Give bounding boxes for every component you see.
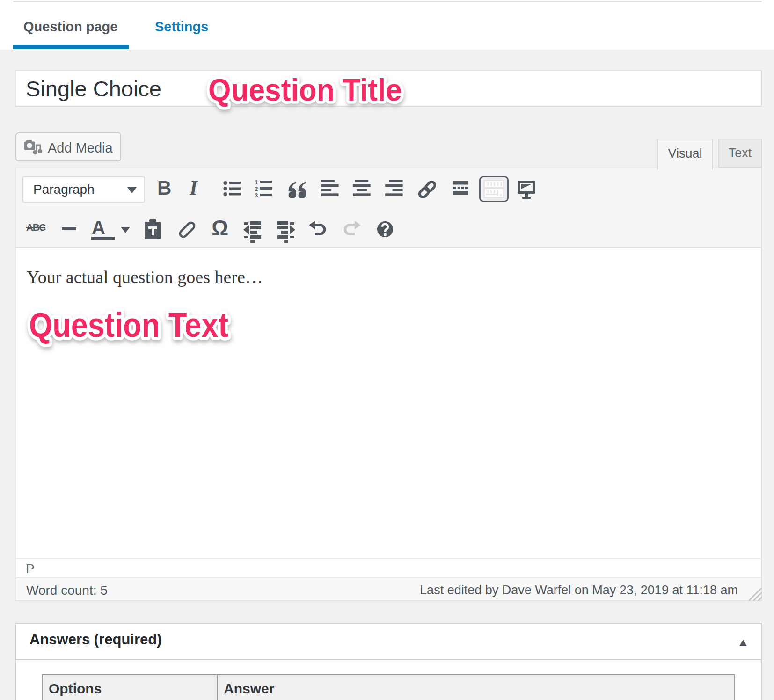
- svg-text:1: 1: [255, 179, 258, 186]
- svg-text:2: 2: [255, 185, 258, 192]
- svg-text:Question Title: Question Title: [208, 73, 402, 107]
- svg-text:3: 3: [255, 192, 258, 198]
- svg-text:Question Text: Question Text: [29, 306, 228, 344]
